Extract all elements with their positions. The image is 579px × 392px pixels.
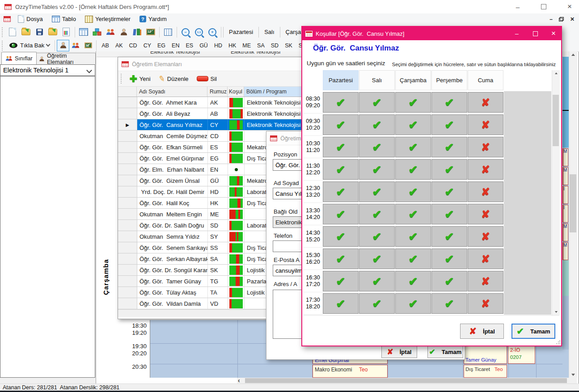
kosullar-cancel-button[interactable]: ✘ İptal [460, 324, 504, 339]
available-cell[interactable]: ✔ [359, 249, 395, 269]
dialog-scroll-thumb[interactable] [553, 95, 559, 146]
course-cell[interactable]: Makro Ekonomi Teo [313, 365, 388, 378]
available-cell[interactable]: ✔ [395, 226, 431, 247]
class-preview-list[interactable] [0, 76, 95, 378]
available-cell[interactable]: ✔ [323, 137, 359, 157]
menu-yardim[interactable]: ? Yardım [135, 13, 171, 25]
available-cell[interactable]: ✔ [323, 249, 359, 269]
mdi-close-button[interactable]: ✕ [570, 16, 575, 22]
available-cell[interactable]: ✔ [323, 92, 359, 113]
available-cell[interactable]: ✔ [395, 114, 431, 135]
teacher-initial-tab[interactable]: SD [268, 41, 282, 51]
unavailable-cell[interactable]: ✘ [468, 114, 503, 135]
available-cell[interactable]: ✔ [431, 114, 467, 135]
unavailable-cell[interactable]: ✘ [468, 226, 503, 247]
time-slot-header[interactable]: 11:30 12:20 [303, 158, 323, 181]
unavailable-cell[interactable]: ✘ [468, 293, 503, 314]
available-cell[interactable]: ✔ [323, 159, 359, 180]
day-column-header[interactable]: Salı [359, 70, 395, 90]
dialog-maximize-button[interactable] [528, 27, 543, 40]
teachers-button[interactable] [117, 26, 131, 38]
new-teacher-button[interactable]: ✚ Yeni [127, 72, 154, 85]
teacher-initial-tab[interactable]: ES [182, 41, 196, 51]
unavailable-cell[interactable]: ✘ [468, 271, 503, 291]
kosullar-titlebar[interactable]: Koşullar [Öğr. Gör. Cansu Yılmaz] – × [302, 27, 561, 40]
filter-teachers-button[interactable] [57, 40, 69, 51]
available-cell[interactable]: ✔ [431, 159, 467, 180]
report-button[interactable] [59, 26, 73, 38]
available-cell[interactable]: ✔ [359, 271, 395, 291]
teacher-initial-tab[interactable]: SK [282, 41, 296, 51]
available-cell[interactable]: ✔ [323, 271, 359, 291]
available-cell[interactable]: ✔ [431, 92, 467, 113]
day-tab[interactable]: Pazartesi [223, 27, 258, 38]
menu-dosya[interactable]: Dosya [13, 13, 47, 25]
tikla-bak-button[interactable]: Tıkla Bak [6, 40, 53, 51]
minimize-button[interactable]: – [511, 3, 524, 11]
day-column-header[interactable]: Pazartesi [323, 70, 359, 90]
available-cell[interactable]: ✔ [323, 181, 359, 202]
unavailable-cell[interactable]: ✘ [468, 92, 503, 113]
day-column-header[interactable]: Çarşamba [395, 70, 431, 90]
menu-tablo[interactable]: Tablo [47, 13, 80, 25]
unavailable-cell[interactable]: ✘ [468, 204, 503, 224]
tab-siniflar[interactable]: Sınıflar [1, 52, 37, 64]
day-tab[interactable]: Salı [258, 27, 279, 38]
resize-grip[interactable] [556, 340, 560, 345]
unavailable-cell[interactable]: ✘ [468, 159, 503, 180]
available-cell[interactable]: ✔ [395, 92, 431, 113]
classes-button[interactable] [104, 26, 117, 38]
available-cell[interactable]: ✔ [323, 293, 359, 314]
available-cell[interactable]: ✔ [359, 226, 395, 247]
classroom-button[interactable]: 12 [144, 26, 157, 38]
available-cell[interactable]: ✔ [359, 293, 395, 314]
available-cell[interactable]: ✔ [359, 181, 395, 202]
scroll-down-arrow[interactable] [552, 309, 560, 315]
teacher-initial-tab[interactable]: ME [239, 41, 254, 51]
available-cell[interactable]: ✔ [431, 181, 467, 202]
day-column-header[interactable]: Cuma [468, 70, 503, 90]
edit-cancel-button[interactable]: ✘ İptal [381, 346, 417, 358]
maximize-button[interactable] [537, 3, 550, 11]
teacher-initial-tab[interactable]: GÜ [196, 41, 211, 51]
available-cell[interactable]: ✔ [431, 249, 467, 269]
teacher-initial-tab[interactable]: AK [112, 41, 126, 51]
kosullar-ok-button[interactable]: ✔ Tamam [511, 324, 555, 339]
class-select[interactable]: Elektronik Teknolojisi 1 [0, 64, 95, 76]
menu-yerlestirmeler[interactable]: Yerleştirmeler [80, 13, 135, 25]
timetable-button[interactable] [77, 26, 90, 38]
mdi-restore-button[interactable] [559, 17, 564, 21]
course-cell[interactable]: Dış Ticaret Teo [464, 365, 507, 378]
vertical-scroll-thumb[interactable] [570, 174, 576, 232]
teacher-initial-tab[interactable]: HD [211, 41, 225, 51]
available-cell[interactable]: ✔ [323, 114, 359, 135]
available-cell[interactable]: ✔ [431, 271, 467, 291]
filter-classes-button[interactable] [69, 40, 82, 51]
available-cell[interactable]: ✔ [431, 293, 467, 314]
available-cell[interactable]: ✔ [323, 204, 359, 224]
dialog-minimize-button[interactable]: – [509, 27, 524, 40]
import-button[interactable] [46, 26, 59, 38]
zoom-out-button[interactable]: − [179, 26, 192, 38]
teacher-initial-tab[interactable]: HK [225, 41, 239, 51]
available-cell[interactable]: ✔ [359, 137, 395, 157]
horizontal-scrollbar[interactable]: ‹ [237, 378, 569, 384]
scroll-up-arrow[interactable] [569, 51, 577, 58]
time-slot-header[interactable]: 14:30 15:20 [303, 225, 323, 248]
scroll-down-arrow[interactable] [569, 371, 577, 378]
spreadsheet-button[interactable] [161, 26, 175, 38]
time-slot-header[interactable]: 10:30 11:20 [303, 136, 323, 158]
teacher-initial-tab[interactable]: CD [126, 41, 140, 51]
vertical-scrollbar[interactable] [569, 51, 577, 378]
teacher-initial-tab[interactable]: CY [140, 41, 154, 51]
available-cell[interactable]: ✔ [359, 92, 395, 113]
teacher-initial-tab[interactable]: AB [98, 41, 112, 51]
dialog-scrollbar[interactable] [552, 70, 560, 315]
time-slot-header[interactable]: 08:30 09:20 [303, 91, 323, 114]
blocks-button[interactable] [90, 26, 104, 38]
available-cell[interactable]: ✔ [395, 249, 431, 269]
edit-ok-button[interactable]: ✔ Tamam [427, 346, 463, 358]
filter-classrooms-button[interactable]: 12 [82, 40, 94, 51]
delete-teacher-button[interactable]: Sil [194, 72, 220, 85]
open-file-button[interactable] [19, 26, 33, 38]
